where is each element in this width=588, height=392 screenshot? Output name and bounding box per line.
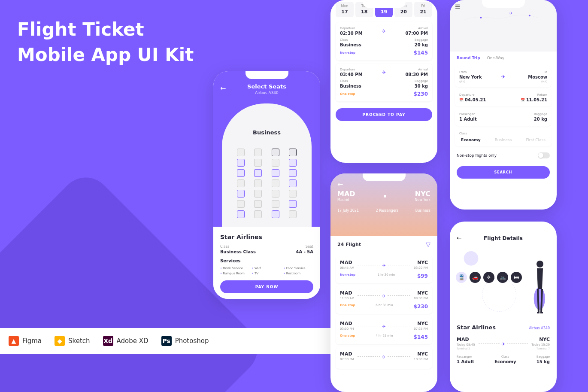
passenger-label: Passenger bbox=[459, 112, 503, 116]
flight-result[interactable]: MAD11:30 AM✈NYC08:00 PMOne stop6 hr 30 m… bbox=[336, 286, 432, 314]
back-icon[interactable]: ← bbox=[337, 180, 343, 188]
tab-round-trip[interactable]: Round Trip bbox=[457, 56, 480, 60]
seat[interactable] bbox=[272, 149, 279, 156]
from-code: (JFK) bbox=[459, 80, 497, 83]
price: $230 bbox=[414, 304, 428, 310]
seat[interactable] bbox=[289, 169, 297, 177]
seat[interactable] bbox=[254, 169, 262, 177]
date-item[interactable]: Fri21 bbox=[414, 2, 432, 17]
tool-label: Adobe XD bbox=[117, 337, 149, 345]
departure-label: Departure bbox=[459, 93, 503, 97]
stop-badge: Non-stop bbox=[340, 273, 355, 279]
departure-value[interactable]: 📅04.05.21 bbox=[459, 97, 503, 102]
back-icon[interactable]: ← bbox=[457, 234, 462, 241]
seat-value: 4A - 5A bbox=[296, 249, 313, 254]
seat[interactable] bbox=[254, 190, 262, 198]
seat[interactable] bbox=[289, 149, 297, 156]
seat[interactable] bbox=[237, 200, 245, 208]
baggage-value[interactable]: 20 kg bbox=[503, 117, 548, 122]
seat[interactable] bbox=[254, 179, 262, 187]
from-label: From bbox=[459, 70, 497, 74]
seat[interactable] bbox=[272, 179, 279, 187]
plane-icon: ✈ bbox=[500, 341, 507, 347]
seat[interactable] bbox=[254, 200, 262, 208]
return-value[interactable]: 📅11.05.21 bbox=[503, 97, 548, 102]
flight-class: Business bbox=[415, 209, 430, 213]
person-illustration bbox=[529, 259, 551, 315]
to-code: NYC bbox=[531, 337, 550, 342]
seat[interactable] bbox=[289, 200, 297, 208]
service-item: Wi-fi bbox=[252, 267, 282, 270]
pay-now-button[interactable]: PAY NOW bbox=[220, 280, 313, 293]
seat[interactable] bbox=[289, 159, 297, 167]
class-label: Class bbox=[220, 245, 256, 249]
tool-label: Sketch bbox=[68, 337, 90, 345]
passenger-value[interactable]: 1 Adult bbox=[459, 117, 503, 122]
stop-badge: One stop bbox=[340, 304, 355, 310]
header-title: Select Seats bbox=[220, 83, 313, 90]
seat[interactable] bbox=[272, 169, 279, 177]
nonstop-toggle[interactable] bbox=[538, 152, 550, 158]
tab-one-way[interactable]: One-Way bbox=[487, 56, 504, 60]
class-business[interactable]: Business bbox=[495, 138, 512, 142]
flight-card[interactable]: Departure03:40 PM✈Arrival08:30 PMClassBu… bbox=[336, 64, 432, 101]
menu-icon[interactable]: ☰ bbox=[455, 3, 461, 10]
flight-result[interactable]: MAD08:45 AM✈NYC03:20 PMNon-stop1 hr 20 m… bbox=[336, 255, 432, 283]
service-item: Drink Service bbox=[220, 267, 250, 270]
seat[interactable] bbox=[289, 179, 297, 187]
to-code: (MA) bbox=[509, 80, 547, 83]
seat[interactable] bbox=[272, 200, 279, 208]
proceed-button[interactable]: PROCEED TO PAY bbox=[336, 108, 432, 121]
seat[interactable] bbox=[237, 169, 245, 177]
price: $99 bbox=[417, 273, 428, 279]
search-button[interactable]: SEARCH bbox=[457, 166, 550, 179]
flight-card[interactable]: Departure02:30 PM✈Arrival07:00 PMClassBu… bbox=[336, 22, 432, 60]
seat[interactable] bbox=[237, 179, 245, 187]
price: $230 bbox=[414, 91, 428, 97]
flight-result[interactable]: MAD07:30 PM✈NYC10:30 PM bbox=[336, 347, 432, 369]
svg-point-0 bbox=[480, 17, 482, 18]
flight-date: 17 July 2021 bbox=[337, 209, 359, 213]
seat[interactable] bbox=[272, 190, 279, 198]
plane-icon: ✈ bbox=[382, 70, 386, 76]
car-icon: 🚗 bbox=[470, 272, 481, 283]
filter-icon[interactable]: ▽ bbox=[426, 241, 430, 248]
seat[interactable] bbox=[289, 210, 297, 218]
class-economy[interactable]: Economy bbox=[461, 138, 481, 142]
to-terminal: Terminal 7 bbox=[531, 347, 550, 350]
seat[interactable] bbox=[272, 159, 279, 167]
flight-result[interactable]: MAD03:00 PM✈NYC07:25 PMOne stop4 hr 25 m… bbox=[336, 316, 432, 344]
plane-icon: ✈ bbox=[382, 28, 386, 34]
aircraft-model: Airbus A340 bbox=[220, 91, 313, 95]
tools-bar: ▲Figma◆SketchXdAdobe XDPsPhotoshop bbox=[0, 328, 335, 354]
services-title: Services bbox=[220, 258, 313, 263]
baggage-label: Baggage bbox=[503, 112, 548, 116]
class-label: Class bbox=[459, 132, 547, 135]
phone-search: ☰ ✈ Round Trip One-Way FromNew York(JFK)… bbox=[450, 0, 557, 210]
phone-flight-select: Mon17Tue18Wed19Thu20Fri21 Departure02:30… bbox=[330, 0, 437, 163]
page-title: Flight Ticket Mobile App UI Kit bbox=[17, 17, 194, 68]
seat[interactable] bbox=[254, 159, 262, 167]
return-label: Return bbox=[503, 93, 548, 97]
seat[interactable] bbox=[254, 210, 262, 218]
date-item[interactable]: Mon17 bbox=[336, 2, 354, 17]
seat[interactable] bbox=[237, 149, 245, 156]
to-time: Today 15:20 bbox=[531, 343, 550, 346]
tool-label: Photoshop bbox=[175, 337, 209, 345]
seat[interactable] bbox=[289, 190, 297, 198]
seat[interactable] bbox=[237, 159, 245, 167]
from-value[interactable]: New York bbox=[459, 75, 497, 79]
class-label: Class bbox=[494, 355, 516, 359]
from-time: Today 08:45 bbox=[457, 343, 475, 346]
class-first[interactable]: First Class bbox=[526, 138, 546, 142]
price: $145 bbox=[414, 334, 428, 340]
to-value[interactable]: Moscow bbox=[509, 75, 547, 79]
seat[interactable] bbox=[237, 190, 245, 198]
seat[interactable] bbox=[254, 149, 262, 156]
service-item: Restroom bbox=[283, 272, 313, 275]
seat[interactable] bbox=[272, 210, 279, 218]
svg-point-6 bbox=[536, 261, 543, 267]
plane-icon: ✈ bbox=[380, 355, 387, 359]
seat[interactable] bbox=[237, 210, 245, 218]
passenger-count: 2 Passengers bbox=[376, 209, 398, 213]
